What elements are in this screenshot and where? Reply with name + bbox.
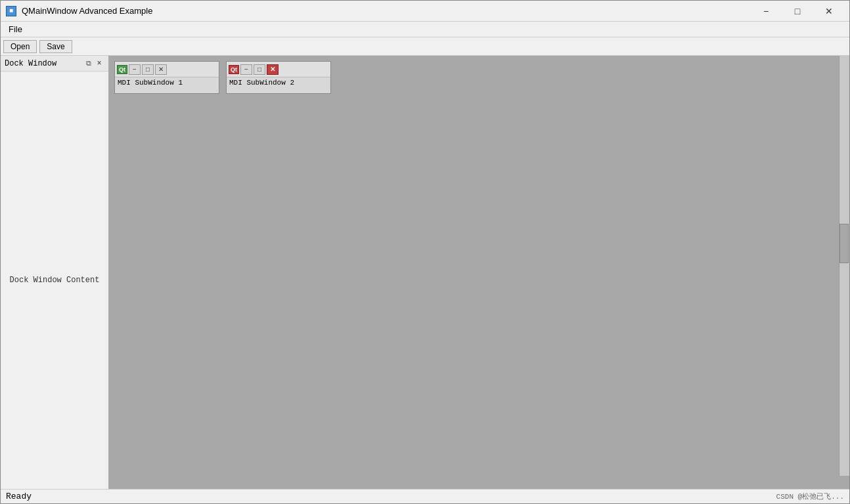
- mdi-subwindow-1-titlebar: Qt − □ ✕: [115, 62, 219, 77]
- mdi-subwindow-2-close[interactable]: ✕: [267, 64, 279, 75]
- mdi-subwindow-1-icon: Qt: [117, 65, 127, 74]
- menu-file[interactable]: File: [3, 23, 28, 35]
- menu-bar: File: [1, 22, 849, 37]
- watermark-text: CSDN @松弛已飞...: [776, 492, 844, 501]
- minimize-button[interactable]: −: [751, 3, 781, 19]
- toolbar: Open Save: [1, 37, 849, 56]
- mdi-subwindow-2-restore[interactable]: □: [254, 64, 265, 75]
- dock-close-button[interactable]: ×: [94, 58, 104, 69]
- mdi-area[interactable]: Qt − □ ✕ MDI SubWindow 1 Qt − □ ✕: [109, 56, 849, 489]
- dock-panel: Dock Window ⧉ × Dock Window Content: [1, 56, 109, 489]
- main-area: Dock Window ⧉ × Dock Window Content Qt −…: [1, 56, 849, 489]
- app-icon: ■: [6, 6, 16, 16]
- dock-content: Dock Window Content: [1, 72, 108, 489]
- dock-float-icon[interactable]: ⧉: [86, 60, 91, 68]
- mdi-subwindow-2[interactable]: Qt − □ ✕ MDI SubWindow 2: [226, 61, 331, 94]
- mdi-subwindow-1-title: MDI SubWindow 1: [115, 79, 185, 87]
- mdi-subwindow-1-body: MDI SubWindow 1: [115, 77, 219, 93]
- main-window: ■ QMainWindow Advanced Example − □ ✕ Fil…: [0, 0, 850, 504]
- mdi-subwindow-2-titlebar: Qt − □ ✕: [227, 62, 330, 77]
- mdi-subwindow-2-icon: Qt: [229, 65, 239, 74]
- mdi-subwindow-1[interactable]: Qt − □ ✕ MDI SubWindow 1: [114, 61, 219, 94]
- mdi-subwindow-2-minimize[interactable]: −: [240, 64, 252, 75]
- status-text: Ready: [6, 492, 32, 501]
- title-bar: ■ QMainWindow Advanced Example − □ ✕: [1, 1, 849, 22]
- mdi-subwindow-1-restore[interactable]: □: [142, 64, 154, 75]
- mdi-subwindow-1-close[interactable]: ✕: [155, 64, 167, 75]
- dock-title: Dock Window: [5, 59, 83, 68]
- maximize-button[interactable]: □: [782, 3, 813, 19]
- close-button[interactable]: ✕: [814, 3, 844, 19]
- window-controls: − □ ✕: [751, 3, 844, 19]
- mdi-subwindow-1-minimize[interactable]: −: [129, 64, 141, 75]
- mdi-subwindow-2-title: MDI SubWindow 2: [227, 79, 297, 87]
- open-button[interactable]: Open: [3, 40, 37, 53]
- window-title: QMainWindow Advanced Example: [22, 6, 746, 16]
- save-button[interactable]: Save: [39, 40, 72, 53]
- scrollbar-right[interactable]: [839, 56, 849, 476]
- mdi-subwindow-2-body: MDI SubWindow 2: [227, 77, 330, 93]
- status-bar: Ready CSDN @松弛已飞...: [1, 489, 849, 503]
- scrollbar-thumb[interactable]: [839, 224, 849, 263]
- dock-title-bar: Dock Window ⧉ ×: [1, 56, 108, 72]
- dock-content-text: Dock Window Content: [10, 276, 100, 285]
